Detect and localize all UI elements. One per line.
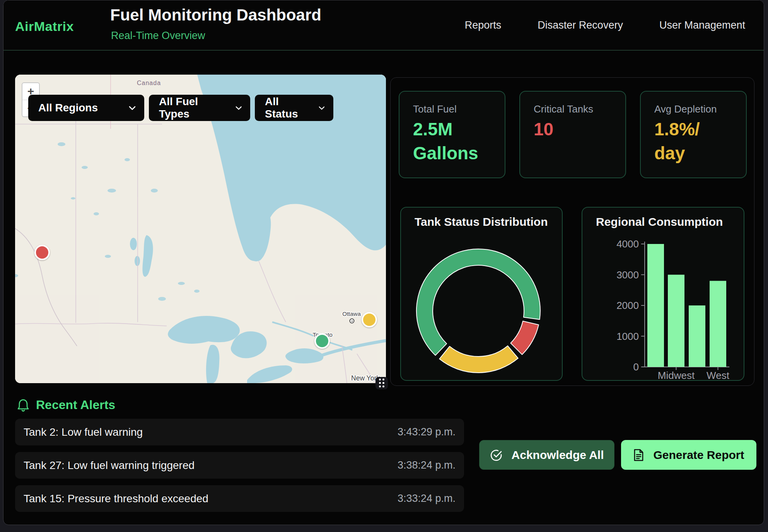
metrics-panel: Total Fuel 2.5MGallons Critical Tanks 10… — [390, 77, 754, 386]
top-nav: Reports Disaster Recovery User Managemen… — [465, 0, 745, 50]
generate-report-label: Generate Report — [653, 448, 744, 462]
bar-chart-card: 01000200030004000MidwestWest Regional Co… — [582, 207, 744, 381]
check-circle-icon — [490, 449, 502, 461]
alert-timestamp: 3:43:29 p.m. — [398, 426, 456, 438]
tank-map-marker[interactable] — [34, 245, 50, 260]
nav-user-management[interactable]: User Management — [659, 19, 745, 31]
alert-message: Tank 15: Pressure threshold exceeded — [24, 493, 208, 505]
tank-map-marker[interactable] — [314, 333, 330, 349]
stat-value: 10 — [534, 117, 615, 141]
file-text-icon — [633, 449, 644, 461]
alert-message: Tank 27: Low fuel warning triggered — [24, 459, 195, 472]
map-panel[interactable]: Canada OttawaTorontoNew York + − All Reg… — [15, 75, 386, 383]
town-dot-icon — [350, 319, 355, 324]
chevron-down-icon — [236, 106, 242, 110]
fuel-type-filter-label: All Fuel Types — [159, 95, 225, 120]
donut-chart-card: Tank Status Distribution — [400, 207, 563, 381]
alerts-header: Recent Alerts — [17, 398, 115, 412]
region-filter-dropdown[interactable]: All Regions — [28, 95, 144, 121]
consumption-bar[interactable] — [689, 305, 705, 367]
stat-label: Avg Depletion — [654, 103, 717, 115]
stat-card-critical-tanks: Critical Tanks 10 — [519, 91, 626, 178]
page-subtitle: Real-Time Overview — [111, 30, 205, 42]
alert-row[interactable]: Tank 15: Pressure threshold exceeded 3:3… — [15, 485, 464, 512]
consumption-bar[interactable] — [647, 244, 664, 367]
region-filter-label: All Regions — [38, 102, 98, 114]
stat-label: Total Fuel — [413, 103, 457, 115]
donut-segment-red[interactable] — [510, 321, 539, 355]
stat-card-total-fuel: Total Fuel 2.5MGallons — [399, 91, 505, 178]
tank-status-donut-chart — [401, 208, 563, 381]
chevron-down-icon — [319, 106, 325, 110]
stat-label: Critical Tanks — [534, 103, 593, 115]
acknowledge-all-button[interactable]: Acknowledge All — [479, 440, 614, 470]
brand-logo: AirMatrix — [15, 19, 74, 34]
bar-chart-title: Regional Consumption — [596, 215, 723, 228]
bar-ytick-label: 3000 — [616, 269, 639, 281]
alert-message: Tank 2: Low fuel warning — [24, 426, 143, 438]
bar-xtick-label: Midwest — [658, 370, 695, 381]
bar-ytick-label: 2000 — [616, 300, 639, 311]
bar-ytick-label: 1000 — [616, 331, 639, 342]
dashboard-shell: AirMatrix Fuel Monitoring Dashboard Real… — [3, 0, 764, 525]
map-filters: All Regions All Fuel Types All Status — [28, 95, 333, 121]
acknowledge-all-label: Acknowledge All — [512, 448, 604, 462]
resize-grip-icon[interactable] — [375, 377, 388, 389]
alert-row[interactable]: Tank 27: Low fuel warning triggered 3:38… — [15, 452, 464, 479]
consumption-bar[interactable] — [710, 281, 726, 367]
fuel-type-filter-dropdown[interactable]: All Fuel Types — [149, 95, 250, 121]
donut-segment-yellow[interactable] — [439, 346, 518, 373]
alert-row[interactable]: Tank 2: Low fuel warning 3:43:29 p.m. — [15, 419, 464, 445]
chevron-down-icon — [129, 106, 136, 110]
stat-card-avg-depletion: Avg Depletion 1.8%/day — [640, 91, 747, 178]
bar-ytick-label: 0 — [633, 361, 639, 373]
status-filter-dropdown[interactable]: All Status — [255, 95, 333, 121]
nav-disaster-recovery[interactable]: Disaster Recovery — [538, 19, 623, 31]
donut-chart-title: Tank Status Distribution — [415, 215, 548, 228]
alert-timestamp: 3:33:24 p.m. — [398, 493, 456, 505]
bar-ytick-label: 4000 — [616, 238, 639, 250]
bell-icon — [17, 399, 29, 412]
generate-report-button[interactable]: Generate Report — [621, 440, 756, 470]
app-root: AirMatrix Fuel Monitoring Dashboard Real… — [0, 0, 768, 532]
nav-reports[interactable]: Reports — [465, 19, 502, 31]
bar-xtick-label: West — [707, 370, 730, 381]
alert-timestamp: 3:38:24 p.m. — [398, 459, 456, 471]
alerts-title: Recent Alerts — [36, 398, 115, 412]
page-title: Fuel Monitoring Dashboard — [110, 6, 321, 24]
consumption-bar[interactable] — [668, 275, 684, 367]
map-city-label: Ottawa — [342, 310, 361, 317]
header: AirMatrix Fuel Monitoring Dashboard Real… — [3, 0, 764, 51]
status-filter-label: All Status — [265, 95, 309, 120]
regional-consumption-bar-chart: 01000200030004000MidwestWest — [582, 208, 744, 381]
tank-map-marker[interactable] — [362, 312, 377, 327]
stat-value: 1.8%/day — [654, 117, 736, 165]
stat-value: 2.5MGallons — [413, 117, 494, 165]
